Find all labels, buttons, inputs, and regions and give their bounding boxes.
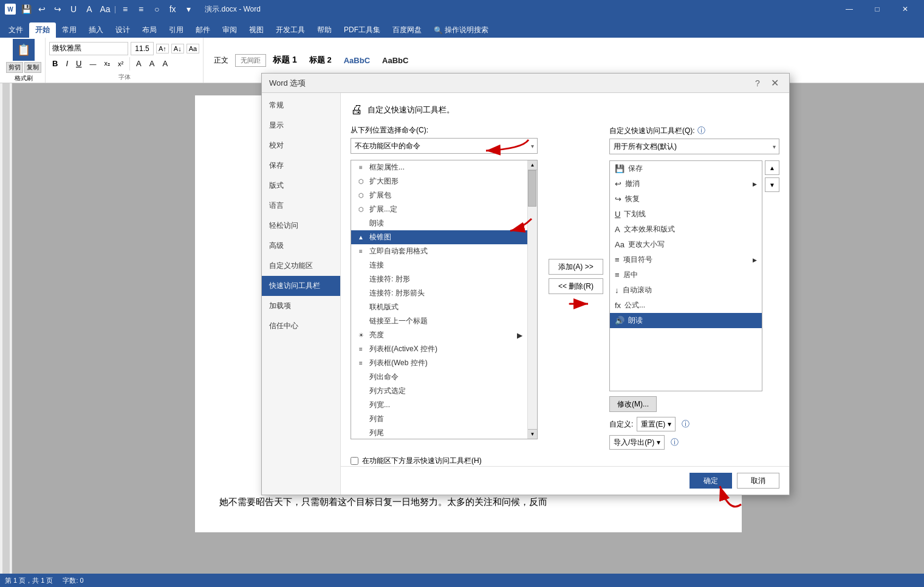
list-item-autoformat[interactable]: ≡ 立即自动套用格式 xyxy=(351,244,527,258)
modify-button[interactable]: 修改(M)... xyxy=(609,396,657,412)
list-item-web-list[interactable]: ≡ 列表框(Web 控件) xyxy=(351,356,527,370)
left-column: 从下列位置选择命令(C): 不在功能区中的命令常用命令所有命令宏 xyxy=(351,125,542,450)
sidebar-item-addins[interactable]: 加载项 xyxy=(262,296,340,316)
list-item-frame-props[interactable]: ≡ 框架属性... xyxy=(351,160,527,174)
middle-buttons: 添加(A) >> << 删除(R) xyxy=(542,125,609,450)
dialog-close-button[interactable]: ✕ xyxy=(767,76,782,91)
reset-info-icon[interactable]: ⓘ xyxy=(682,419,690,430)
right-list-area: 💾 保存 ↩ 撤消 ▶ ↪ xyxy=(609,160,779,391)
link-heading-icon xyxy=(356,317,366,326)
list-item-column-select[interactable]: 列方式选定 xyxy=(351,384,527,398)
quick-access-list[interactable]: 💾 保存 ↩ 撤消 ▶ ↪ xyxy=(609,160,762,391)
list-item-expand-shape[interactable]: ⬡ 扩大图形 xyxy=(351,174,527,188)
sidebar-item-display[interactable]: 显示 xyxy=(262,115,340,136)
left-list-scrollbar[interactable]: ▲ ▼ xyxy=(527,160,537,439)
right-item-save[interactable]: 💾 保存 xyxy=(610,161,762,176)
commands-list: ≡ 框架属性... ⬡ 扩大图形 ⬡ xyxy=(351,160,538,439)
list-item-brightness[interactable]: ☀ 亮度 ▶ xyxy=(351,328,527,342)
toolbar-scope-select[interactable]: 用于所有文档(默认)用于当前文档 xyxy=(609,139,779,154)
scroll-up-button[interactable]: ▲ xyxy=(528,160,537,170)
sidebar-item-general[interactable]: 常规 xyxy=(262,95,340,115)
read-aloud-list-icon: 🔊 xyxy=(615,316,625,325)
right-item-redo[interactable]: ↪ 恢复 xyxy=(610,191,762,207)
list-item-expand-def[interactable]: ⬡ 扩展...定 xyxy=(351,202,527,216)
import-export-button[interactable]: 导入/导出(P) ▾ xyxy=(609,435,665,450)
command-source-dropdown[interactable]: 不在功能区中的命令常用命令所有命令宏 xyxy=(351,138,538,154)
left-col-label: 从下列位置选择命令(C): xyxy=(351,125,538,136)
checkbox-label: 在功能区下方显示快速访问工具栏(H) xyxy=(362,456,482,466)
pyramid-icon: ▲ xyxy=(356,233,366,242)
online-layout-icon xyxy=(356,303,366,312)
dialog-help-button[interactable]: ? xyxy=(750,76,765,91)
right-item-formula[interactable]: fx 公式... xyxy=(610,298,762,313)
scroll-thumb[interactable] xyxy=(528,170,536,207)
list-item-connector-elbow[interactable]: 连接符: 肘形 xyxy=(351,272,527,286)
reset-button[interactable]: 重置(E) ▾ xyxy=(637,417,675,431)
two-columns: 从下列位置选择命令(C): 不在功能区中的命令常用命令所有命令宏 xyxy=(351,125,779,450)
col-width-icon xyxy=(356,400,366,410)
list-item-connector-elbow-arrow[interactable]: 连接符: 肘形箭头 xyxy=(351,286,527,300)
checkbox-row: 在功能区下方显示快速访问工具栏(H) xyxy=(351,456,779,466)
right-item-change-case[interactable]: Aa 更改大小写 xyxy=(610,237,762,252)
list-item-pyramid[interactable]: ▲ 棱锥图 xyxy=(351,230,527,244)
list-item-col-first[interactable]: 列首 xyxy=(351,412,527,426)
bullets-submenu-icon: ▶ xyxy=(753,257,757,263)
list-item-col-width[interactable]: 列宽... xyxy=(351,398,527,412)
connector-elbow-icon xyxy=(356,275,366,284)
modify-row: 修改(M)... xyxy=(609,396,779,412)
save-list-icon: 💾 xyxy=(615,164,625,173)
column-select-icon xyxy=(356,386,366,396)
ok-button[interactable]: 确定 xyxy=(690,473,732,489)
cancel-button[interactable]: 取消 xyxy=(737,473,779,489)
commands-list-scroll[interactable]: ≡ 框架属性... ⬡ 扩大图形 ⬡ xyxy=(351,160,537,439)
sidebar-item-layout[interactable]: 版式 xyxy=(262,176,340,196)
right-item-center[interactable]: ≡ 居中 xyxy=(610,267,762,283)
move-down-button[interactable]: ▼ xyxy=(765,177,779,192)
import-export-row: 导入/导出(P) ▾ ⓘ xyxy=(609,435,779,450)
add-button[interactable]: 添加(A) >> xyxy=(549,259,603,275)
right-item-underline[interactable]: U 下划线 xyxy=(610,207,762,222)
sidebar-item-customize-ribbon[interactable]: 自定义功能区 xyxy=(262,256,340,276)
list-item-link-heading[interactable]: 链接至上一个标题 xyxy=(351,314,527,328)
sidebar-item-language[interactable]: 语言 xyxy=(262,196,340,216)
expand-shape-icon: ⬡ xyxy=(356,177,366,187)
import-export-info-icon[interactable]: ⓘ xyxy=(671,437,679,448)
remove-button[interactable]: << 删除(R) xyxy=(549,278,603,294)
list-item-connect[interactable]: 连接 xyxy=(351,258,527,272)
col-first-icon xyxy=(356,414,366,424)
sidebar-item-advanced[interactable]: 高级 xyxy=(262,236,340,256)
list-item-expand-pkg[interactable]: ⬡ 扩展包 xyxy=(351,188,527,202)
list-commands-icon xyxy=(356,372,366,382)
dialog-body: 常规 显示 校对 保存 版式 语言 轻松访问 高级 自定义功能区 快速访问工具栏… xyxy=(262,93,789,495)
command-source-select[interactable]: 不在功能区中的命令常用命令所有命令宏 xyxy=(351,138,538,154)
bullets-list-icon: ≡ xyxy=(615,255,620,264)
read-aloud-icon xyxy=(356,219,366,228)
list-item-list-commands[interactable]: 列出命令 xyxy=(351,370,527,384)
right-column: 自定义快速访问工具栏(Q): ⓘ 用于所有文档(默认)用于当前文档 💾 xyxy=(609,125,779,450)
list-item-read-aloud[interactable]: 朗读 xyxy=(351,216,527,230)
undo-list-icon: ↩ xyxy=(615,179,621,188)
dialog-sidebar: 常规 显示 校对 保存 版式 语言 轻松访问 高级 自定义功能区 快速访问工具栏… xyxy=(262,93,341,495)
list-item-col-last[interactable]: 列尾 xyxy=(351,426,527,439)
expand-pkg-icon: ⬡ xyxy=(356,191,366,201)
list-item-activex-list[interactable]: ≡ 列表框(ActiveX 控件) xyxy=(351,342,527,356)
right-item-bullets[interactable]: ≡ 项目符号 ▶ xyxy=(610,252,762,267)
right-col-info-icon[interactable]: ⓘ xyxy=(697,125,705,136)
right-item-auto-scroll[interactable]: ↓ 自动滚动 xyxy=(610,283,762,298)
show-below-ribbon-checkbox[interactable] xyxy=(351,457,358,465)
sidebar-item-proofing[interactable]: 校对 xyxy=(262,136,340,156)
change-case-list-icon: Aa xyxy=(615,240,625,249)
dialog-inner: 🖨 自定义快速访问工具栏。 从下列位置选择命令(C): 不在功能区中的命令常用命… xyxy=(341,93,789,466)
right-item-text-effect[interactable]: A 文本效果和版式 xyxy=(610,222,762,237)
sidebar-item-accessibility[interactable]: 轻松访问 xyxy=(262,216,340,236)
right-item-undo[interactable]: ↩ 撤消 ▶ xyxy=(610,176,762,191)
sidebar-item-save[interactable]: 保存 xyxy=(262,156,340,176)
right-item-read-aloud[interactable]: 🔊 朗读 xyxy=(610,313,762,328)
toolbar-scope-dropdown[interactable]: 用于所有文档(默认)用于当前文档 xyxy=(609,139,779,154)
move-up-button[interactable]: ▲ xyxy=(765,160,779,175)
list-item-online-layout[interactable]: 联机版式 xyxy=(351,300,527,314)
sidebar-item-trust-center[interactable]: 信任中心 xyxy=(262,316,340,336)
scroll-down-button[interactable]: ▼ xyxy=(528,429,537,439)
sidebar-item-quick-access[interactable]: 快速访问工具栏 xyxy=(262,276,340,296)
customize-label: 自定义: xyxy=(609,419,633,430)
